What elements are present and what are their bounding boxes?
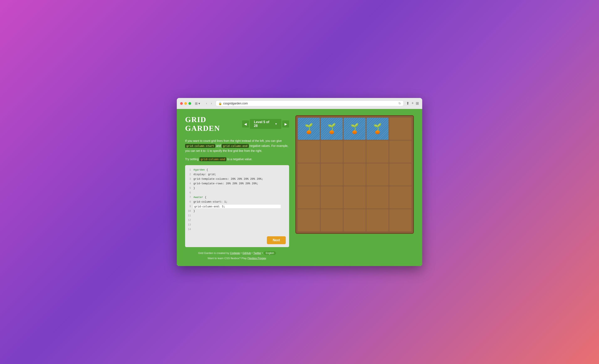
code-line-8: 8 grid-column-start: 1; — [185, 200, 289, 204]
line-content-4: grid-template-rows: 20% 20% 20% 20% 20%; — [194, 182, 289, 185]
line-num-7: 7 — [185, 196, 194, 199]
garden-cell-4-2 — [344, 209, 366, 231]
garden-cell-3-3 — [366, 186, 388, 208]
minimize-button[interactable] — [184, 102, 187, 105]
tabs-icon[interactable]: ⊞ — [416, 101, 419, 106]
description: If you want to count grid lines from the… — [185, 139, 289, 153]
line-num-12: 12 — [185, 219, 194, 222]
carrot-2: 🌱 — [351, 123, 359, 134]
code-area: 1 #garden { 2 display: grid; 3 grid-temp… — [185, 165, 289, 234]
code-line-5: 5 } — [185, 186, 289, 191]
url-text: cssgridgarden.com — [223, 102, 248, 105]
browser-actions: ⬆ + ⊞ — [406, 101, 419, 106]
twitter-link[interactable]: Twitter — [253, 251, 261, 255]
garden-cell-3-2 — [344, 186, 366, 208]
share-icon[interactable]: ⬆ — [406, 101, 409, 106]
garden-cell-1-2 — [344, 141, 366, 163]
forward-button[interactable]: › — [210, 101, 213, 106]
line-num-2: 2 — [185, 173, 194, 176]
english-badge[interactable]: English — [264, 251, 276, 255]
flexbox-period: . — [266, 257, 267, 260]
line-num-5: 5 — [185, 187, 194, 190]
code-highlight-2: grid-column-end — [222, 144, 248, 148]
code-line-7: 7 #water { — [185, 195, 289, 200]
line-content-5: } — [194, 186, 289, 190]
code-editor: 1 #garden { 2 display: grid; 3 grid-temp… — [185, 165, 289, 247]
line-num-13: 13 — [185, 223, 194, 226]
line-num-11: 11 — [185, 214, 194, 217]
close-button[interactable] — [180, 102, 183, 105]
game-title: GRID GARDEN — [185, 115, 242, 133]
code-highlight-1: grid-column-start — [185, 144, 215, 148]
back-button[interactable]: ‹ — [205, 101, 208, 106]
line-content-1: #garden { — [194, 168, 289, 171]
next-button[interactable]: Next — [267, 236, 286, 244]
code-line-3: 3 grid-template-columns: 20% 20% 20% 20%… — [185, 177, 289, 181]
garden-cell-2-1 — [321, 163, 343, 186]
footer-main-text: Grid Garden is created by — [198, 251, 230, 255]
line-num-3: 3 — [185, 178, 194, 181]
line-content-3: grid-template-columns: 20% 20% 20% 20% 2… — [194, 178, 289, 181]
garden-cell-0-0: 🌱 — [298, 118, 320, 140]
garden-cell-0-4 — [389, 118, 411, 140]
maximize-button[interactable] — [188, 102, 191, 105]
garden-grid-container: 🌱 🌱 🌱 — [295, 115, 414, 234]
traffic-lights — [180, 102, 191, 105]
next-level-button[interactable]: ▶ — [282, 120, 289, 127]
bullet3: • — [261, 251, 264, 255]
left-panel: GRID GARDEN ◀ Level 5 of 28 ▼ ▶ If you w… — [185, 115, 289, 260]
desc-part2: and — [215, 144, 222, 147]
footer-credits: Grid Garden is created by Codepip • GitH… — [185, 251, 289, 255]
github-link[interactable]: GitHub — [243, 251, 251, 255]
new-tab-icon[interactable]: + — [411, 101, 414, 106]
code-line-4: 4 grid-template-rows: 20% 20% 20% 20% 20… — [185, 181, 289, 186]
code-line-10: 10 } — [185, 209, 289, 213]
line-num-6: 6 — [185, 191, 194, 194]
garden-cell-4-0 — [298, 209, 320, 231]
line-num-4: 4 — [185, 182, 194, 185]
garden-cell-1-3 — [366, 141, 388, 163]
code-line-1: 1 #garden { — [185, 168, 289, 172]
address-bar[interactable]: 🔒 cssgridgarden.com ↻ — [216, 100, 404, 106]
desc-part4: Try setting — [185, 158, 199, 161]
codepip-link[interactable]: Codepip — [230, 251, 240, 255]
level-display: Level 5 of 28 ▼ — [250, 119, 282, 129]
desc-part1: If you want to count grid lines from the… — [185, 139, 282, 142]
garden-grid: 🌱 🌱 🌱 — [298, 118, 411, 231]
carrot-0: 🌱 — [305, 123, 313, 134]
line-num-14: 14 — [185, 228, 194, 231]
line-content-2: display: grid; — [194, 173, 289, 176]
code-line-9: 9 grid-column-end: 5; — [185, 204, 289, 209]
dropdown-icon: ▼ — [275, 123, 277, 125]
code-highlight-3: grid-column-end — [199, 157, 226, 161]
line-num-8: 8 — [185, 201, 194, 204]
sidebar-toggle-button[interactable]: ⊞ ▾ — [194, 101, 201, 106]
garden-cell-4-4 — [389, 209, 411, 231]
garden-cell-4-3 — [366, 209, 388, 231]
bullet1: • — [240, 251, 243, 255]
line-num-9: 9 — [185, 205, 194, 208]
carrot-1: 🌱 — [328, 123, 336, 134]
browser-toolbar: ⊞ ▾ ‹ › 🔒 cssgridgarden.com ↻ ⬆ + ⊞ — [177, 98, 422, 109]
garden-cell-3-1 — [321, 186, 343, 208]
line-content-7: #water { — [194, 196, 289, 199]
code-footer: Next — [185, 234, 289, 247]
flexbox-text: Want to learn CSS flexbox? Play — [208, 257, 247, 260]
line-content-8: grid-column-start: 1; — [194, 200, 289, 204]
flexbox-froggy-link[interactable]: Flexbox Froggy — [247, 257, 266, 260]
garden-cell-2-0 — [298, 163, 320, 186]
prev-level-button[interactable]: ◀ — [242, 120, 249, 127]
description-2: Try setting grid-column-end to a negativ… — [185, 157, 289, 162]
right-panel: 🌱 🌱 🌱 — [295, 115, 414, 260]
code-line-14: 14 — [185, 227, 289, 232]
level-nav: ◀ Level 5 of 28 ▼ ▶ — [242, 119, 289, 129]
garden-cell-0-2: 🌱 — [344, 118, 366, 140]
reload-icon: ↻ — [398, 102, 401, 105]
garden-cell-3-0 — [298, 186, 320, 208]
line-num-10: 10 — [185, 210, 194, 213]
level-text: Level 5 of 28 — [254, 120, 273, 128]
desc-part5: to a negative value. — [226, 158, 252, 161]
lock-icon: 🔒 — [218, 102, 222, 105]
footer-flexbox: Want to learn CSS flexbox? Play Flexbox … — [185, 257, 289, 260]
code-line-13: 13 — [185, 222, 289, 227]
